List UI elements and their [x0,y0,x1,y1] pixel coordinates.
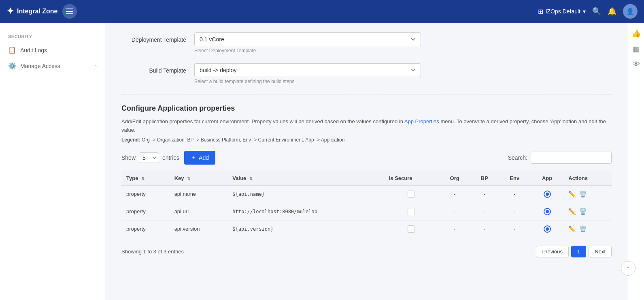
row1-edit-icon[interactable]: ✏️ [568,191,576,198]
build-template-select[interactable]: build -> deploy build only deploy only [194,63,421,77]
table-row: property api.name ${api.name} - - - ✏️ 🗑… [121,185,612,203]
row3-app [531,220,564,238]
search-icon[interactable]: 🔍 [592,7,601,16]
main-content: Deployment Template 0.1 vCore 0.5 vCore … [105,23,628,300]
search-wrap: Search: [508,152,612,164]
row2-app-radio[interactable] [544,208,551,215]
row2-action-icons: ✏️ 🗑️ [568,208,607,215]
col-bp: BP [470,171,499,186]
col-actions: Actions [563,171,612,186]
row1-bp: - [470,185,499,203]
row2-is-secure [384,203,439,220]
next-button[interactable]: Next [589,246,612,257]
row1-key: api.name [170,185,228,203]
row2-value: http://localhost:8080/mulelab [227,203,384,220]
row3-env: - [499,220,531,238]
col-value: Value ⇅ [227,171,384,186]
row3-bp: - [470,220,499,238]
row2-secure-checkbox[interactable] [408,208,415,215]
workspace-name: IZOps Default [546,8,580,15]
configure-desc: Add/Edit application properties for curr… [121,118,612,135]
row1-action-icons: ✏️ 🗑️ [568,191,607,198]
show-label: Show [121,154,136,161]
brand-name: Integral Zone [17,8,57,15]
show-entries-wrap: Show 5 10 25 entries [121,152,179,163]
app-properties-link[interactable]: App Properties [404,118,439,124]
add-label: Add [199,154,209,161]
pagination-controls: Previous 1 Next [536,246,612,257]
configure-section: Configure Application properties Add/Edi… [121,104,612,143]
row2-actions: ✏️ 🗑️ [563,203,612,220]
sidebar: SECURITY 📋 Audit Logs ⚙️ Manage Access › [0,23,105,300]
manage-access-icon: ⚙️ [8,62,16,70]
col-key: Key ⇅ [170,171,228,186]
add-button[interactable]: ＋ Add [184,151,215,165]
audit-logs-icon: 📋 [8,46,16,54]
top-nav: ✦ Integral Zone ⊞ IZOps Default ▾ 🔍 🔔 👤 [0,0,644,23]
value-sort-icon[interactable]: ⇅ [249,176,253,181]
row3-edit-icon[interactable]: ✏️ [568,225,576,233]
deployment-template-row: Deployment Template 0.1 vCore 0.5 vCore … [121,32,612,54]
type-sort-icon[interactable]: ⇅ [141,176,145,181]
previous-button[interactable]: Previous [536,246,569,257]
row1-secure-checkbox[interactable] [408,191,415,198]
workspace-selector[interactable]: ⊞ IZOps Default ▾ [538,8,586,15]
manage-access-arrow: › [95,63,97,69]
build-template-row: Build Template build -> deploy build onl… [121,63,612,84]
configure-title: Configure Application properties [121,104,612,113]
row1-actions: ✏️ 🗑️ [563,185,612,203]
table-icon[interactable]: ▦ [633,45,640,54]
security-section-label: SECURITY [0,31,105,42]
eye-icon[interactable]: 👁 [633,60,640,69]
pagination-info: Showing 1 to 3 of 3 entries [121,249,184,255]
legend-prefix: Legend: [121,137,140,143]
row3-action-icons: ✏️ 🗑️ [568,225,607,233]
deployment-template-wrap: 0.1 vCore 0.5 vCore 1 vCore Select Deplo… [194,32,421,54]
row2-env: - [499,203,531,220]
sidebar-item-audit-logs[interactable]: 📋 Audit Logs [0,42,105,58]
table-header-row: Type ⇅ Key ⇅ Value ⇅ Is Secure Org BP En… [121,171,612,186]
app-layout: SECURITY 📋 Audit Logs ⚙️ Manage Access ›… [0,23,644,300]
row2-type: property [121,203,170,220]
menu-button[interactable] [62,4,77,19]
avatar[interactable]: 👤 [623,4,638,19]
row1-app [531,185,564,203]
row3-app-radio[interactable] [544,225,551,233]
search-input[interactable] [531,152,612,164]
svg-rect-1 [66,11,73,12]
svg-rect-2 [66,13,73,14]
row2-bp: - [470,203,499,220]
row1-is-secure [384,185,439,203]
entries-select[interactable]: 5 10 25 [139,152,159,163]
key-sort-icon[interactable]: ⇅ [187,176,190,181]
build-template-hint: Select a build template defining the bui… [194,79,421,84]
row3-org: - [439,220,470,238]
deployment-template-select[interactable]: 0.1 vCore 0.5 vCore 1 vCore [194,32,421,46]
build-template-wrap: build -> deploy build only deploy only S… [194,63,421,84]
sidebar-item-manage-access[interactable]: ⚙️ Manage Access › [0,58,105,74]
row3-delete-icon[interactable]: 🗑️ [579,225,587,233]
legend-content: Org -> Organization, BP -> Business Plat… [142,137,344,143]
build-template-label: Build Template [121,63,186,74]
col-org: Org [439,171,470,186]
row3-value: ${api.version} [227,220,384,238]
workspace-chevron-icon: ▾ [583,8,586,15]
properties-table: Type ⇅ Key ⇅ Value ⇅ Is Secure Org BP En… [121,171,612,238]
pagination-row: Showing 1 to 3 of 3 entries Previous 1 N… [121,246,612,257]
workspace-layers-icon: ⊞ [538,8,543,15]
nav-left: ✦ Integral Zone [6,4,77,19]
page-1-button[interactable]: 1 [571,246,586,257]
row2-edit-icon[interactable]: ✏️ [568,208,576,215]
thumbs-up-icon[interactable]: 👍 [632,29,641,38]
row2-app [531,203,564,220]
table-row: property api.url http://localhost:8080/m… [121,203,612,220]
row3-actions: ✏️ 🗑️ [563,220,612,238]
row1-app-radio[interactable] [544,191,551,198]
row3-secure-checkbox[interactable] [408,225,415,233]
notifications-icon[interactable]: 🔔 [608,7,616,16]
row2-delete-icon[interactable]: 🗑️ [579,208,587,215]
row1-delete-icon[interactable]: 🗑️ [579,191,587,198]
entries-label: entries [162,154,179,161]
audit-logs-label: Audit Logs [20,47,97,54]
deployment-template-hint: Select Deployment Template [194,48,421,54]
